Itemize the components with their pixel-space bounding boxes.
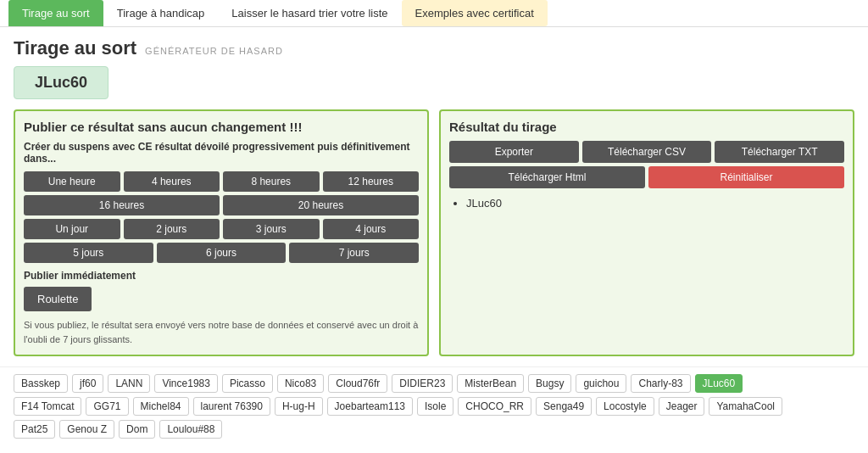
tag-nico83[interactable]: Nico83: [277, 374, 324, 393]
tag-jluc60[interactable]: JLuc60: [695, 374, 743, 393]
time-btn-5-jours[interactable]: 5 jours: [24, 243, 153, 263]
time-btn-row: 5 jours6 jours7 jours: [24, 243, 419, 263]
tag-guichou[interactable]: guichou: [576, 374, 626, 393]
tag-laurent-76390[interactable]: laurent 76390: [193, 397, 270, 416]
tags-row-2: Pat25Genou ZDomLoulou#88: [14, 420, 854, 439]
publish-label: Publier immédiatement: [24, 270, 419, 282]
result-item: JLuc60: [466, 197, 844, 210]
nav-tab-tirage-sort[interactable]: Tirage au sort: [8, 0, 103, 26]
left-panel-title: Publier ce résultat sans aucun changemen…: [24, 120, 419, 134]
time-btn-row: Une heure4 heures8 heures12 heures: [24, 171, 419, 192]
tag-dom[interactable]: Dom: [119, 420, 155, 439]
suspense-label: Créer du suspens avec CE résultat dévoil…: [24, 141, 419, 165]
tag-lann[interactable]: LANN: [108, 374, 150, 393]
time-buttons-grid: Une heure4 heures8 heures12 heures16 heu…: [24, 171, 419, 263]
result-list: JLuc60: [449, 197, 844, 210]
tag-locostyle[interactable]: Locostyle: [596, 397, 654, 416]
action-btn-réinitialiser[interactable]: Réinitialiser: [648, 166, 844, 188]
time-btn-6-jours[interactable]: 6 jours: [157, 243, 287, 263]
tag-charly-83[interactable]: Charly-83: [631, 374, 690, 393]
main-content: Publier ce résultat sans aucun changemen…: [0, 109, 868, 366]
tag-genou-z[interactable]: Genou Z: [59, 420, 114, 439]
nav-tab-laisser-hasard[interactable]: Laisser le hasard trier votre liste: [218, 0, 401, 26]
tag-f14-tomcat[interactable]: F14 Tomcat: [14, 397, 81, 416]
time-btn-un-jour[interactable]: Un jour: [24, 219, 120, 239]
time-btn-une-heure[interactable]: Une heure: [24, 171, 120, 192]
tags-row-1: F14 TomcatGG71Michel84laurent 76390H-ug-…: [14, 397, 854, 416]
right-panel: Résultat du tirage ExporterTélécharger C…: [439, 109, 854, 356]
tag-jeager[interactable]: Jeager: [659, 397, 705, 416]
info-text: Si vous publiez, le résultat sera envoyé…: [24, 318, 419, 346]
roulette-button[interactable]: Roulette: [24, 287, 92, 311]
time-btn-4-heures[interactable]: 4 heures: [124, 171, 220, 192]
tag-yamahacool[interactable]: YamahaCool: [709, 397, 782, 416]
top-navigation: Tirage au sortTirage à handicapLaisser l…: [0, 0, 868, 27]
tags-row-0: Basskepjf60LANNVince1983PicassoNico83Clo…: [14, 374, 854, 393]
tag-vince1983[interactable]: Vince1983: [154, 374, 218, 393]
tag-loulou#88[interactable]: Loulou#88: [159, 420, 222, 439]
action-btn-télécharger-html[interactable]: Télécharger Html: [449, 166, 645, 188]
tag-senga49[interactable]: Senga49: [536, 397, 592, 416]
tags-section: Basskepjf60LANNVince1983PicassoNico83Clo…: [0, 366, 868, 450]
time-btn-row: 16 heures20 heures: [24, 195, 419, 215]
tag-michel84[interactable]: Michel84: [133, 397, 189, 416]
tag-cloud76fr[interactable]: Cloud76fr: [328, 374, 387, 393]
nav-tab-tirage-handicap[interactable]: Tirage à handicap: [103, 0, 219, 26]
tag-gg71[interactable]: GG71: [86, 397, 128, 416]
page-title: Tirage au sort: [14, 37, 136, 59]
action-btn-télécharger-csv[interactable]: Télécharger CSV: [582, 141, 712, 163]
time-btn-8-heures[interactable]: 8 heures: [223, 171, 320, 192]
right-panel-title: Résultat du tirage: [449, 120, 844, 134]
time-btn-2-jours[interactable]: 2 jours: [124, 219, 220, 239]
time-btn-3-jours[interactable]: 3 jours: [223, 219, 320, 239]
time-btn-12-heures[interactable]: 12 heures: [323, 171, 420, 192]
tag-choco_rr[interactable]: CHOCO_RR: [458, 397, 531, 416]
action-buttons-row1: ExporterTélécharger CSVTélécharger TXT: [449, 141, 844, 163]
tag-picasso[interactable]: Picasso: [222, 374, 273, 393]
tag-basskep[interactable]: Basskep: [14, 374, 68, 393]
page-subtitle: GÉNÉRATEUR DE HASARD: [145, 46, 283, 56]
tag-bugsy[interactable]: Bugsy: [528, 374, 571, 393]
tag-isole[interactable]: Isole: [417, 397, 453, 416]
action-buttons-row2: Télécharger HtmlRéinitialiser: [449, 166, 844, 188]
tag-pat25[interactable]: Pat25: [14, 420, 55, 439]
time-btn-16-heures[interactable]: 16 heures: [24, 195, 220, 215]
time-btn-7-jours[interactable]: 7 jours: [289, 243, 419, 263]
tag-h-ug-h[interactable]: H-ug-H: [275, 397, 323, 416]
username-box: JLuc60: [14, 66, 108, 99]
nav-tab-exemples-certificat[interactable]: Exemples avec certificat: [402, 0, 548, 26]
tag-didier23[interactable]: DIDIER23: [392, 374, 453, 393]
tag-joebarteam113[interactable]: Joebarteam113: [327, 397, 413, 416]
tag-jf60[interactable]: jf60: [72, 374, 103, 393]
action-btn-télécharger-txt[interactable]: Télécharger TXT: [715, 141, 844, 163]
tag-misterbean[interactable]: MisterBean: [457, 374, 524, 393]
time-btn-row: Un jour2 jours3 jours4 jours: [24, 219, 419, 239]
action-btn-exporter[interactable]: Exporter: [449, 141, 579, 163]
left-panel: Publier ce résultat sans aucun changemen…: [14, 109, 429, 356]
time-btn-4-jours[interactable]: 4 jours: [323, 219, 420, 239]
page-header: Tirage au sort GÉNÉRATEUR DE HASARD: [0, 27, 868, 66]
time-btn-20-heures[interactable]: 20 heures: [223, 195, 419, 215]
